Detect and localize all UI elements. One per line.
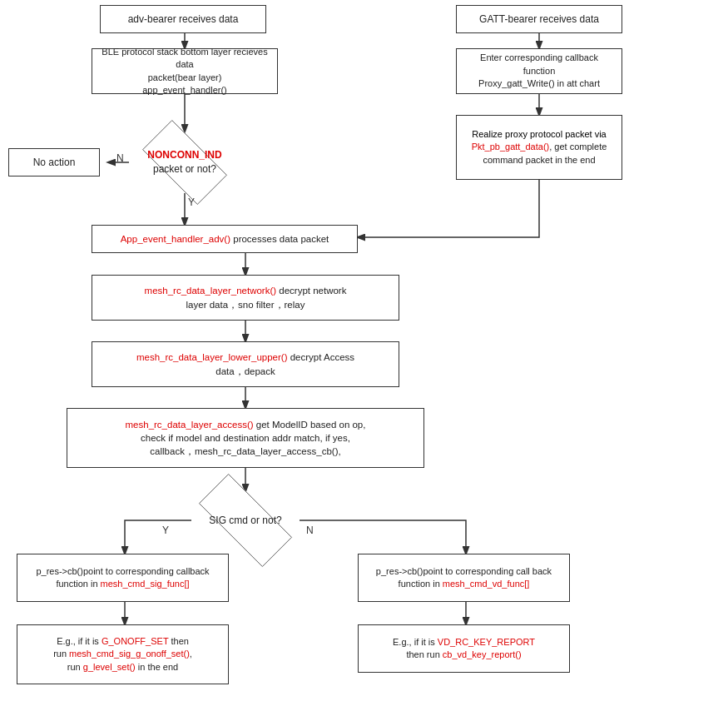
eg-sig-box: E.g., if it is G_ONOFF_SET then run mesh…	[17, 624, 229, 684]
p-res-sig-box: p_res->cb()point to corresponding callba…	[17, 554, 229, 602]
adv-bearer-box: adv-bearer receives data	[100, 5, 266, 33]
mesh-rc-access-box: mesh_rc_data_layer_access() get ModelID …	[67, 408, 424, 468]
mesh-rc-lower-upper-box: mesh_rc_data_layer_lower_upper() decrypt…	[92, 341, 399, 387]
mesh-rc-network-box: mesh_rc_data_layer_network() decrypt net…	[92, 275, 399, 321]
eg-vd-box: E.g., if it is VD_RC_KEY_REPORT then run…	[358, 624, 570, 673]
gatt-bearer-box: GATT-bearer receives data	[456, 5, 622, 33]
enter-callback-box: Enter corresponding callback function Pr…	[456, 48, 622, 94]
flowchart-diagram: adv-bearer receives data GATT-bearer rec…	[0, 0, 728, 716]
nonconn-diamond: NONCONN_IND packet or not?	[116, 129, 253, 196]
p-res-vd-box: p_res->cb()point to corresponding call b…	[358, 554, 570, 602]
app-event-handler-box: App_event_handler_adv() processes data p…	[92, 225, 358, 253]
label-y1: Y	[188, 196, 195, 208]
label-n1: N	[116, 152, 124, 164]
label-n2: N	[306, 525, 314, 536]
realize-proxy-box: Realize proxy protocol packet via Pkt_pb…	[456, 115, 622, 180]
label-y2: Y	[162, 525, 169, 536]
no-action-box: No action	[8, 148, 100, 177]
sig-cmd-diamond: SIG cmd or not?	[175, 487, 316, 554]
ble-stack-box: BLE protocol stack bottom layer recieves…	[92, 48, 278, 94]
